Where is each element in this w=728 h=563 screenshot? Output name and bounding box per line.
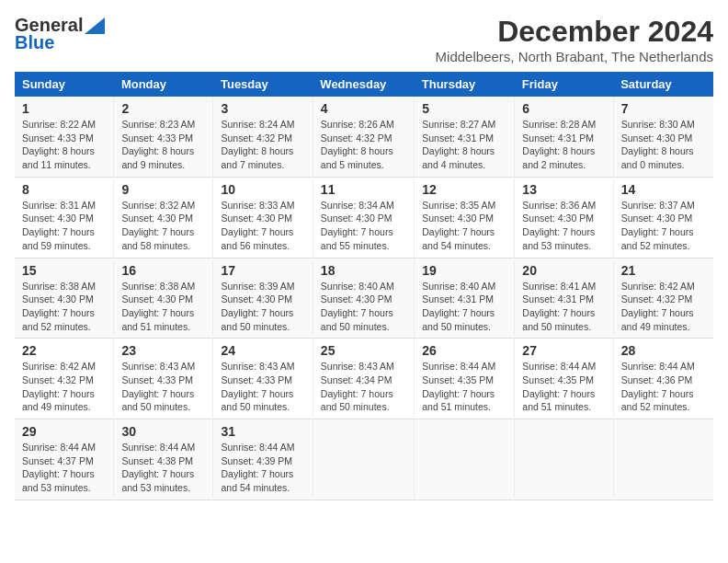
calendar-cell: 31Sunrise: 8:44 AM Sunset: 4:39 PM Dayli… [213,419,313,500]
calendar-cell: 5Sunrise: 8:27 AM Sunset: 4:31 PM Daylig… [415,97,515,177]
day-number: 23 [121,343,205,358]
calendar-cell [415,419,515,500]
day-info: Sunrise: 8:22 AM Sunset: 4:33 PM Dayligh… [22,118,106,172]
day-number: 22 [22,343,106,358]
day-info: Sunrise: 8:44 AM Sunset: 4:38 PM Dayligh… [121,441,205,495]
calendar-week-5: 29Sunrise: 8:44 AM Sunset: 4:37 PM Dayli… [15,419,713,500]
calendar-week-4: 22Sunrise: 8:42 AM Sunset: 4:32 PM Dayli… [15,339,713,419]
calendar-title: December 2024 [436,15,713,49]
logo-icon [85,17,105,34]
calendar-cell: 22Sunrise: 8:42 AM Sunset: 4:32 PM Dayli… [15,339,114,419]
day-info: Sunrise: 8:44 AM Sunset: 4:36 PM Dayligh… [621,360,706,414]
day-number: 17 [221,263,304,278]
day-number: 26 [422,343,506,358]
day-info: Sunrise: 8:43 AM Sunset: 4:33 PM Dayligh… [121,360,205,414]
logo: General Blue [15,15,105,53]
day-info: Sunrise: 8:33 AM Sunset: 4:30 PM Dayligh… [221,199,304,253]
calendar-table: SundayMondayTuesdayWednesdayThursdayFrid… [15,72,713,500]
header: General Blue December 2024 Middelbeers, … [15,15,713,64]
calendar-cell: 23Sunrise: 8:43 AM Sunset: 4:33 PM Dayli… [114,339,213,419]
day-number: 25 [321,343,406,358]
calendar-cell: 16Sunrise: 8:38 AM Sunset: 4:30 PM Dayli… [114,258,213,339]
calendar-cell: 17Sunrise: 8:39 AM Sunset: 4:30 PM Dayli… [213,258,313,339]
calendar-week-1: 1Sunrise: 8:22 AM Sunset: 4:33 PM Daylig… [15,97,713,177]
calendar-cell: 30Sunrise: 8:44 AM Sunset: 4:38 PM Dayli… [114,419,213,500]
calendar-cell: 10Sunrise: 8:33 AM Sunset: 4:30 PM Dayli… [213,177,313,258]
day-number: 31 [221,424,304,439]
calendar-cell: 13Sunrise: 8:36 AM Sunset: 4:30 PM Dayli… [515,177,613,258]
calendar-cell: 12Sunrise: 8:35 AM Sunset: 4:30 PM Dayli… [415,177,515,258]
day-number: 2 [121,101,205,116]
column-header-sunday: Sunday [15,72,114,97]
calendar-cell: 2Sunrise: 8:23 AM Sunset: 4:33 PM Daylig… [114,97,213,177]
day-info: Sunrise: 8:27 AM Sunset: 4:31 PM Dayligh… [422,118,506,172]
day-info: Sunrise: 8:42 AM Sunset: 4:32 PM Dayligh… [621,280,706,334]
calendar-cell: 4Sunrise: 8:26 AM Sunset: 4:32 PM Daylig… [313,97,414,177]
day-number: 11 [321,182,406,197]
day-number: 18 [321,263,406,278]
calendar-week-3: 15Sunrise: 8:38 AM Sunset: 4:30 PM Dayli… [15,258,713,339]
day-number: 4 [321,101,406,116]
day-info: Sunrise: 8:43 AM Sunset: 4:34 PM Dayligh… [321,360,406,414]
column-header-wednesday: Wednesday [313,72,414,97]
day-number: 15 [22,263,106,278]
day-info: Sunrise: 8:35 AM Sunset: 4:30 PM Dayligh… [422,199,506,253]
calendar-cell [515,419,613,500]
calendar-cell: 19Sunrise: 8:40 AM Sunset: 4:31 PM Dayli… [415,258,515,339]
day-info: Sunrise: 8:38 AM Sunset: 4:30 PM Dayligh… [22,280,106,334]
day-number: 6 [522,101,605,116]
column-header-friday: Friday [515,72,613,97]
day-number: 10 [221,182,304,197]
day-number: 16 [121,263,205,278]
calendar-subtitle: Middelbeers, North Brabant, The Netherla… [436,49,713,64]
calendar-cell: 27Sunrise: 8:44 AM Sunset: 4:35 PM Dayli… [515,339,613,419]
calendar-cell: 29Sunrise: 8:44 AM Sunset: 4:37 PM Dayli… [15,419,114,500]
day-number: 30 [121,424,205,439]
title-area: December 2024 Middelbeers, North Brabant… [436,15,713,64]
day-number: 14 [621,182,706,197]
calendar-cell [313,419,414,500]
day-info: Sunrise: 8:36 AM Sunset: 4:30 PM Dayligh… [522,199,605,253]
day-number: 12 [422,182,506,197]
day-info: Sunrise: 8:24 AM Sunset: 4:32 PM Dayligh… [221,118,304,172]
calendar-cell: 25Sunrise: 8:43 AM Sunset: 4:34 PM Dayli… [313,339,414,419]
day-number: 1 [22,101,106,116]
day-info: Sunrise: 8:44 AM Sunset: 4:39 PM Dayligh… [221,441,304,495]
day-info: Sunrise: 8:43 AM Sunset: 4:33 PM Dayligh… [221,360,304,414]
calendar-cell: 21Sunrise: 8:42 AM Sunset: 4:32 PM Dayli… [613,258,713,339]
day-number: 3 [221,101,304,116]
day-info: Sunrise: 8:37 AM Sunset: 4:30 PM Dayligh… [621,199,706,253]
day-number: 9 [121,182,205,197]
day-info: Sunrise: 8:34 AM Sunset: 4:30 PM Dayligh… [321,199,406,253]
day-info: Sunrise: 8:32 AM Sunset: 4:30 PM Dayligh… [121,199,205,253]
calendar-cell: 11Sunrise: 8:34 AM Sunset: 4:30 PM Dayli… [313,177,414,258]
calendar-cell: 15Sunrise: 8:38 AM Sunset: 4:30 PM Dayli… [15,258,114,339]
day-info: Sunrise: 8:28 AM Sunset: 4:31 PM Dayligh… [522,118,605,172]
day-info: Sunrise: 8:44 AM Sunset: 4:35 PM Dayligh… [422,360,506,414]
calendar-cell: 14Sunrise: 8:37 AM Sunset: 4:30 PM Dayli… [613,177,713,258]
column-header-thursday: Thursday [415,72,515,97]
calendar-header-row: SundayMondayTuesdayWednesdayThursdayFrid… [15,72,713,97]
day-info: Sunrise: 8:41 AM Sunset: 4:31 PM Dayligh… [522,280,605,334]
day-info: Sunrise: 8:44 AM Sunset: 4:35 PM Dayligh… [522,360,605,414]
day-number: 13 [522,182,605,197]
day-number: 29 [22,424,106,439]
calendar-cell: 3Sunrise: 8:24 AM Sunset: 4:32 PM Daylig… [213,97,313,177]
day-info: Sunrise: 8:31 AM Sunset: 4:30 PM Dayligh… [22,199,106,253]
day-number: 8 [22,182,106,197]
day-number: 28 [621,343,706,358]
calendar-cell [613,419,713,500]
day-number: 19 [422,263,506,278]
day-info: Sunrise: 8:26 AM Sunset: 4:32 PM Dayligh… [321,118,406,172]
calendar-cell: 8Sunrise: 8:31 AM Sunset: 4:30 PM Daylig… [15,177,114,258]
day-number: 20 [522,263,605,278]
day-number: 7 [621,101,706,116]
day-number: 5 [422,101,506,116]
calendar-cell: 26Sunrise: 8:44 AM Sunset: 4:35 PM Dayli… [415,339,515,419]
calendar-cell: 6Sunrise: 8:28 AM Sunset: 4:31 PM Daylig… [515,97,613,177]
day-info: Sunrise: 8:44 AM Sunset: 4:37 PM Dayligh… [22,441,106,495]
day-info: Sunrise: 8:23 AM Sunset: 4:33 PM Dayligh… [121,118,205,172]
calendar-week-2: 8Sunrise: 8:31 AM Sunset: 4:30 PM Daylig… [15,177,713,258]
calendar-cell: 28Sunrise: 8:44 AM Sunset: 4:36 PM Dayli… [613,339,713,419]
day-info: Sunrise: 8:42 AM Sunset: 4:32 PM Dayligh… [22,360,106,414]
